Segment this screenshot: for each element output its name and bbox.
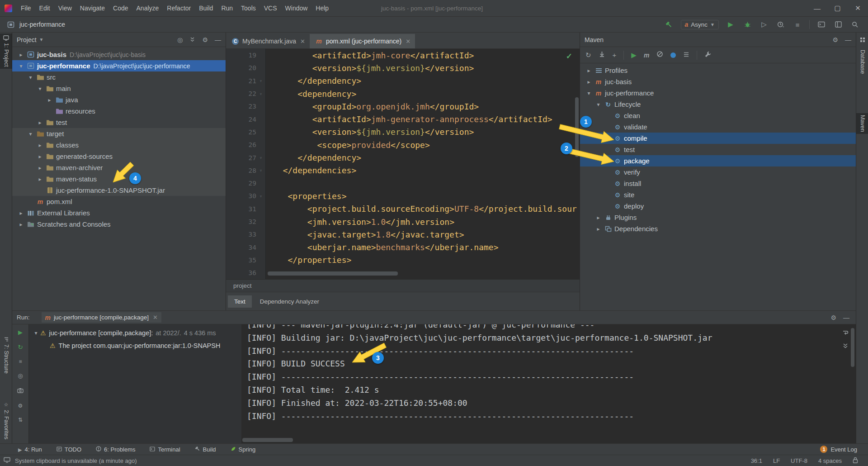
toolbar-tab-build[interactable]: Build bbox=[195, 446, 216, 453]
run-tree-item[interactable]: ▾⚠juc-performance [compile,package]:at 2… bbox=[29, 327, 241, 339]
chevron-down-icon[interactable]: ▾ bbox=[32, 330, 40, 336]
build-hammer-icon[interactable] bbox=[664, 19, 674, 29]
menu-code[interactable]: Code bbox=[109, 0, 132, 16]
settings-icon[interactable]: ⚙ bbox=[18, 403, 23, 409]
toolwindow-switcher-icon[interactable] bbox=[4, 457, 10, 464]
project-item-src[interactable]: ▾src bbox=[12, 71, 226, 83]
maven-item-validate[interactable]: ⚙validate bbox=[580, 121, 856, 133]
close-icon[interactable]: ✕ bbox=[406, 38, 410, 45]
maven-item-site[interactable]: ⚙site bbox=[580, 189, 856, 200]
hide-panel-button[interactable]: — bbox=[843, 314, 849, 321]
toolbar-tab-6-problems[interactable]: 6: Problems bbox=[96, 446, 135, 453]
menu-refactor[interactable]: Refactor bbox=[163, 0, 195, 16]
run-tree-item[interactable]: ⚠The project com.quan:juc-performance:ja… bbox=[29, 339, 241, 352]
project-item-java[interactable]: ▸java bbox=[12, 94, 226, 105]
maven-item-verify[interactable]: ⚙verify bbox=[580, 166, 856, 178]
scroll-to-end-icon[interactable] bbox=[842, 342, 849, 351]
menu-help[interactable]: Help bbox=[311, 0, 333, 16]
maximize-button[interactable]: ▢ bbox=[827, 0, 848, 16]
toolbar-tab-terminal[interactable]: Terminal bbox=[150, 446, 180, 453]
line-separator[interactable]: LF bbox=[773, 457, 780, 464]
run-console[interactable]: [INFO] --- maven-jar-plugin:2.4:jar (def… bbox=[241, 324, 856, 443]
gear-icon[interactable]: ⚙ bbox=[202, 36, 208, 43]
download-sources-button[interactable] bbox=[599, 51, 605, 59]
stop-button[interactable]: ■ bbox=[19, 358, 22, 365]
stripe-project[interactable]: 1: Project bbox=[0, 33, 12, 69]
maven-item-plugins[interactable]: ▸Plugins bbox=[580, 212, 856, 223]
chevron-right-icon[interactable]: ▸ bbox=[594, 214, 603, 221]
stop-button[interactable]: ■ bbox=[793, 19, 802, 29]
chevron-right-icon[interactable]: ▸ bbox=[36, 165, 44, 171]
editor-tab[interactable]: mpom.xml (juc-performance)✕ bbox=[310, 34, 415, 48]
maven-item-compile[interactable]: ⚙compile bbox=[580, 133, 856, 144]
screenshot-icon[interactable] bbox=[17, 387, 24, 395]
chevron-down-icon[interactable]: ▾ bbox=[585, 90, 593, 96]
project-item-juc-basis[interactable]: ▸juc-basisD:\javaProject\juc\juc-basis bbox=[12, 49, 226, 60]
maven-item-profiles[interactable]: ▸Profiles bbox=[580, 65, 856, 76]
close-button[interactable]: ✕ bbox=[848, 0, 868, 16]
stripe-database[interactable]: Database bbox=[856, 48, 868, 76]
breadcrumb[interactable]: project bbox=[226, 279, 580, 292]
stripe-structure[interactable]: 7: Structure bbox=[0, 335, 12, 376]
menu-build[interactable]: Build bbox=[195, 0, 217, 16]
breadcrumb-item[interactable]: project bbox=[233, 282, 252, 289]
editor-tab[interactable]: CMyBenchmark.java✕ bbox=[226, 34, 310, 48]
debug-button[interactable] bbox=[742, 19, 752, 29]
project-item-main[interactable]: ▾main bbox=[12, 83, 226, 94]
hide-panel-button[interactable]: — bbox=[845, 36, 851, 43]
project-item-juc-performance-1-0-snapshot-jar[interactable]: juc-performance-1.0-SNAPSHOT.jar bbox=[12, 185, 226, 196]
menu-vcs[interactable]: VCS bbox=[260, 0, 281, 16]
project-breadcrumb[interactable]: juc-performance bbox=[5, 21, 65, 28]
soft-wrap-icon[interactable] bbox=[842, 329, 849, 337]
maven-item-juc-performance[interactable]: ▾mjuc-performance bbox=[580, 87, 856, 99]
maven-item-lifecycle[interactable]: ▾↻Lifecycle bbox=[580, 99, 856, 110]
project-item-scratches-and-consoles[interactable]: ▸Scratches and Consoles bbox=[12, 219, 226, 230]
terminal-icon[interactable] bbox=[816, 19, 826, 29]
editor-horizontal-scrollbar[interactable] bbox=[268, 271, 398, 276]
maven-item-clean[interactable]: ⚙clean bbox=[580, 110, 856, 121]
project-item-test[interactable]: ▸test bbox=[12, 117, 226, 128]
fold-marker-icon[interactable]: ▿ bbox=[256, 155, 265, 160]
toolbar-tab-4-run[interactable]: ▶4: Run bbox=[18, 446, 42, 453]
chevron-right-icon[interactable]: ▸ bbox=[585, 79, 593, 85]
chevron-down-icon[interactable]: ▾ bbox=[594, 101, 603, 108]
show-dependencies-button[interactable] bbox=[683, 51, 689, 59]
project-item-maven-archiver[interactable]: ▸maven-archiver bbox=[12, 162, 226, 173]
stripe-tool[interactable] bbox=[856, 35, 868, 44]
caret-position[interactable]: 36:1 bbox=[751, 457, 762, 464]
maven-item-juc-basis[interactable]: ▸mjuc-basis bbox=[580, 76, 856, 87]
project-item-target[interactable]: ▾target bbox=[12, 128, 226, 139]
menu-tools[interactable]: Tools bbox=[237, 0, 260, 16]
minimize-button[interactable]: — bbox=[807, 0, 827, 16]
maven-settings-button[interactable] bbox=[704, 51, 712, 60]
menu-window[interactable]: Window bbox=[281, 0, 312, 16]
collapse-all-button[interactable] bbox=[189, 36, 195, 43]
bottom-tab-text[interactable]: Text bbox=[228, 295, 252, 308]
fold-marker-icon[interactable]: ▿ bbox=[256, 91, 265, 96]
close-icon[interactable]: ✕ bbox=[300, 38, 305, 45]
menu-file[interactable]: File bbox=[17, 0, 35, 16]
chevron-right-icon[interactable]: ▸ bbox=[17, 221, 25, 228]
bottom-tab-dependency-analyzer[interactable]: Dependency Analyzer bbox=[254, 295, 326, 308]
run-tab[interactable]: m juc-performance [compile,package] ✕ bbox=[42, 312, 161, 323]
menu-edit[interactable]: Edit bbox=[35, 0, 54, 16]
offline-mode-button[interactable] bbox=[670, 52, 676, 58]
menu-run[interactable]: Run bbox=[217, 0, 237, 16]
stripe-favorites[interactable]: ☆ 2: Favorites bbox=[0, 400, 12, 441]
maven-item-dependencies[interactable]: ▸Dependencies bbox=[580, 223, 856, 234]
maven-item-deploy[interactable]: ⚙deploy bbox=[580, 200, 856, 212]
chevron-right-icon[interactable]: ▸ bbox=[36, 153, 44, 160]
project-item-resources[interactable]: resources bbox=[12, 105, 226, 117]
chevron-down-icon[interactable]: ▾ bbox=[26, 131, 35, 137]
fold-marker-icon[interactable]: ▿ bbox=[256, 194, 265, 199]
event-log-button[interactable]: 1Event Log bbox=[820, 446, 857, 453]
skip-tests-button[interactable] bbox=[656, 51, 663, 59]
chevron-right-icon[interactable]: ▸ bbox=[36, 119, 44, 126]
chevron-right-icon[interactable]: ▸ bbox=[36, 142, 44, 148]
console-vertical-scrollbar[interactable] bbox=[851, 328, 854, 367]
menu-view[interactable]: View bbox=[54, 0, 76, 16]
collapse-all-icon[interactable]: ⇅ bbox=[18, 417, 23, 423]
project-item-maven-status[interactable]: ▸maven-status bbox=[12, 173, 226, 185]
console-horizontal-scrollbar[interactable] bbox=[242, 438, 293, 442]
run-config-selector[interactable]: a Async ▼ bbox=[681, 20, 719, 29]
